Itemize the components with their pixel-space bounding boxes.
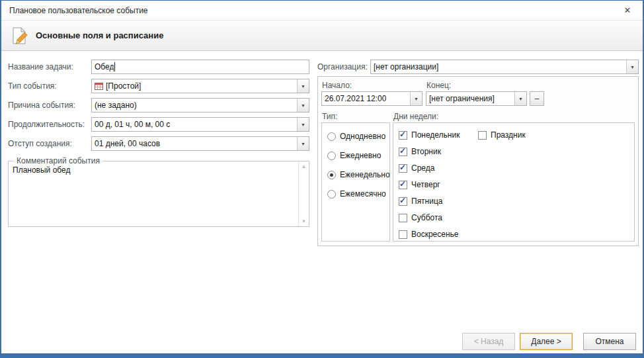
comment-scrollbar[interactable]: ▲ ▼ <box>298 161 309 226</box>
dropdown-arrow-icon[interactable]: ▼ <box>297 137 309 150</box>
checkbox-icon[interactable]: ✓ <box>399 214 407 222</box>
checkbox-icon[interactable]: ✓ <box>399 148 407 156</box>
duration-value: 00 д, 01 ч, 00 м, 00 с <box>95 120 170 129</box>
scroll-up-icon[interactable]: ▲ <box>302 163 307 169</box>
radio-label: Однодневно <box>340 132 385 141</box>
dialog-window: Плановое пользовательское событие ✕ Осно… <box>1 1 643 353</box>
window-title: Плановое пользовательское событие <box>9 6 148 15</box>
start-label: Начало: <box>322 81 352 90</box>
end-label: Конец: <box>426 81 451 90</box>
dropdown-arrow-icon[interactable]: ▼ <box>297 118 309 131</box>
checkbox-icon[interactable]: ✓ <box>399 131 407 140</box>
radio-icon[interactable] <box>327 190 336 199</box>
radio-icon[interactable] <box>327 152 336 160</box>
radio-label: Ежедневно <box>340 151 381 160</box>
checkbox-option[interactable]: ✓ Среда <box>399 161 460 175</box>
radio-option[interactable]: Однодневно <box>327 130 389 143</box>
close-icon[interactable]: ✕ <box>620 3 635 18</box>
checkbox-icon[interactable]: ✓ <box>399 164 407 173</box>
dialog-content: Название задачи: Обед Тип события: <box>1 51 643 353</box>
weekday-column: ✓ Понедельник ✓ Вторник ✓ Среда ✓ <box>399 128 460 241</box>
duration-row: Продолжительность: 00 д, 01 ч, 00 м, 00 … <box>8 117 309 132</box>
radio-icon[interactable] <box>327 132 336 141</box>
next-button[interactable]: Далее > <box>520 333 573 350</box>
event-reason-row: Причина события: (не задано) ▼ <box>8 98 309 112</box>
checkbox-icon[interactable]: ✓ <box>478 131 487 140</box>
start-date-value: 26.07.2021 12:00 <box>325 94 386 103</box>
text-caret <box>114 62 115 71</box>
header-band: Основные поля и расписание <box>1 20 643 51</box>
radio-icon[interactable] <box>327 171 336 179</box>
radio-label: Еженедельно <box>340 170 390 179</box>
dropdown-arrow-icon[interactable]: ▼ <box>514 92 526 105</box>
task-name-input[interactable]: Обед <box>91 60 309 74</box>
checkbox-icon[interactable]: ✓ <box>399 181 407 189</box>
footer-buttons: < Назад Далее > Отмена <box>462 333 636 350</box>
organization-label: Организация: <box>317 62 370 71</box>
page-edit-icon <box>9 26 29 46</box>
organization-combo[interactable]: [нет организации] ▼ <box>370 60 639 74</box>
creation-offset-value: 01 дней, 00 часов <box>95 139 160 148</box>
event-type-value: [Простой] <box>106 81 141 91</box>
comment-body: Плановый обед ▲ ▼ <box>9 161 309 226</box>
checkbox-option[interactable]: ✓ Вторник <box>399 145 460 158</box>
checkbox-label: Праздник <box>491 130 526 140</box>
radio-option[interactable]: Ежемесячно <box>327 187 389 201</box>
checkbox-label: Среда <box>411 163 434 173</box>
comment-groupbox: Комментарий события Плановый обед ▲ ▼ <box>8 161 309 227</box>
checkbox-option[interactable]: ✓ Понедельник <box>399 128 460 142</box>
event-reason-value: (не задано) <box>95 101 137 110</box>
radio-label: Ежемесячно <box>340 189 386 199</box>
title-bar: Плановое пользовательское событие ✕ <box>1 1 643 20</box>
dropdown-arrow-icon[interactable]: ▼ <box>626 60 638 73</box>
end-date-value: [нет ограничения] <box>429 94 495 103</box>
start-date-combo[interactable]: 26.07.2021 12:00 ▼ <box>321 91 423 106</box>
dropdown-arrow-icon[interactable]: ▼ <box>410 92 422 105</box>
weekdays-label: Дни недели: <box>393 112 438 121</box>
radio-option[interactable]: Еженедельно <box>327 168 389 181</box>
task-name-row: Название задачи: Обед <box>8 60 309 74</box>
checkbox-option-holiday[interactable]: ✓ Праздник <box>478 128 526 142</box>
task-name-label: Название задачи: <box>8 62 91 71</box>
dropdown-arrow-icon[interactable]: ▼ <box>297 99 309 112</box>
cancel-button[interactable]: Отмена <box>583 333 636 350</box>
recurrence-type-label: Тип: <box>322 112 337 121</box>
checkbox-label: Понедельник <box>411 130 460 140</box>
organization-row: Организация: [нет организации] ▼ <box>317 60 639 74</box>
checkbox-option[interactable]: ✓ Пятница <box>399 195 460 208</box>
recurrence-type-group: Однодневно Ежедневно Еженедельно Ежемеся… <box>321 122 390 242</box>
duration-combo[interactable]: 00 д, 01 ч, 00 м, 00 с ▼ <box>91 117 309 132</box>
window-frame: Плановое пользовательское событие ✕ Осно… <box>0 0 644 358</box>
checkbox-label: Суббота <box>411 213 442 222</box>
creation-offset-combo[interactable]: 01 дней, 00 часов ▼ <box>91 136 309 151</box>
organization-value: [нет организации] <box>374 62 438 71</box>
checkbox-option[interactable]: ✓ Четверг <box>399 178 460 191</box>
event-type-combo[interactable]: [Простой] ▼ <box>91 79 309 93</box>
event-reason-combo[interactable]: (не задано) ▼ <box>91 98 309 112</box>
checkbox-label: Воскресенье <box>411 230 459 239</box>
checkbox-label: Пятница <box>411 197 443 206</box>
weekdays-group: ✓ Понедельник ✓ Вторник ✓ Среда ✓ <box>393 122 635 242</box>
checkbox-label: Четверг <box>411 180 440 189</box>
checkbox-option[interactable]: ✓ Суббота <box>399 211 460 224</box>
end-date-combo[interactable]: [нет ограничения] ▼ <box>426 91 527 106</box>
checkbox-label: Вторник <box>411 147 441 156</box>
page-title: Основные поля и расписание <box>36 30 163 40</box>
creation-offset-label: Отступ создания: <box>8 139 91 148</box>
comment-textarea[interactable]: Плановый обед <box>9 161 298 226</box>
duration-label: Продолжительность: <box>8 120 91 129</box>
back-button[interactable]: < Назад <box>462 333 515 350</box>
checkbox-icon[interactable]: ✓ <box>399 230 407 239</box>
schedule-panel: Начало: Конец: 26.07.2021 12:00 ▼ [нет о… <box>317 76 639 246</box>
event-type-icon <box>95 82 103 91</box>
event-type-row: Тип события: [Простой] ▼ <box>8 79 309 93</box>
checkbox-icon[interactable]: ✓ <box>399 197 407 206</box>
task-name-value: Обед <box>95 62 114 71</box>
dropdown-arrow-icon[interactable]: ▼ <box>297 79 309 93</box>
scroll-down-icon[interactable]: ▼ <box>302 218 307 224</box>
event-reason-label: Причина события: <box>8 101 91 110</box>
checkbox-option[interactable]: ✓ Воскресенье <box>399 228 460 241</box>
creation-offset-row: Отступ создания: 01 дней, 00 часов ▼ <box>8 136 309 151</box>
clear-end-button[interactable]: – <box>530 91 544 106</box>
radio-option[interactable]: Ежедневно <box>327 149 389 162</box>
